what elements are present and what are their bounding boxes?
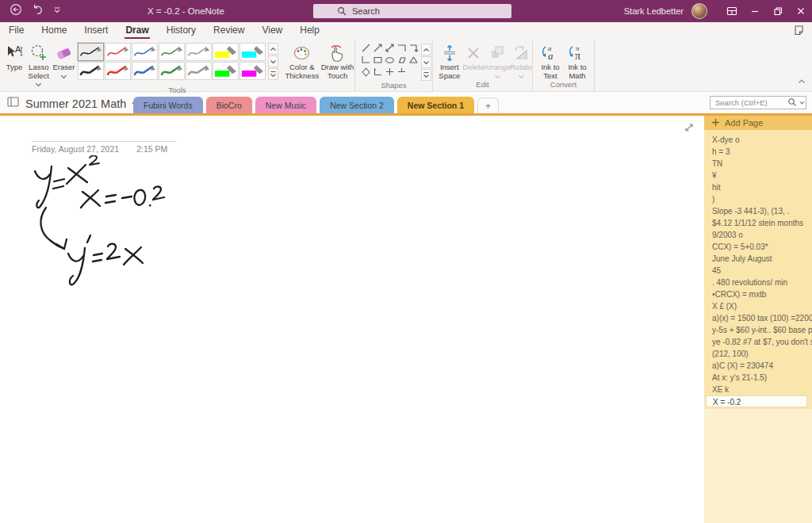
menu-item-help[interactable]: Help	[299, 25, 320, 39]
shape-axes-half-icon[interactable]	[396, 66, 408, 78]
page-list-item[interactable]: X £ (X)	[704, 300, 812, 312]
search-scope-dropdown-icon[interactable]	[800, 99, 805, 104]
page-list-item[interactable]: ¥	[704, 170, 812, 181]
section-tab-biocro[interactable]: BioCro	[206, 97, 252, 113]
customize-quick-access-icon[interactable]	[52, 4, 62, 18]
pen-11-tile[interactable]	[159, 62, 185, 80]
draw-with-touch-button[interactable]: Draw with Touch	[320, 41, 354, 80]
user-name[interactable]: Stark Ledbetter	[624, 6, 684, 16]
undo-icon[interactable]	[31, 3, 44, 19]
pen-2-tile[interactable]	[105, 43, 131, 61]
menu-item-file[interactable]: File	[8, 25, 25, 39]
pen-8-tile[interactable]	[78, 62, 104, 80]
color-thickness-button[interactable]: Color & Thickness	[283, 41, 320, 80]
page-list-item[interactable]: h = 3	[704, 146, 812, 158]
menu-item-view[interactable]: View	[261, 25, 283, 39]
page-list-item[interactable]: $4.12 1/1/12 stein months	[704, 217, 812, 229]
pen-gallery-down-icon[interactable]	[268, 55, 278, 67]
shape-diamond-icon[interactable]	[360, 66, 372, 78]
page-list-item[interactable]: y-5s + $60 y-int.. $60 base pay	[704, 324, 812, 336]
handwriting-ink[interactable]	[29, 155, 171, 294]
menu-item-history[interactable]: History	[166, 25, 197, 39]
pen-3-tile[interactable]	[132, 43, 158, 61]
notebook-search-box[interactable]: Search (Ctrl+E)	[710, 96, 806, 109]
page-list-item[interactable]: X = -0.2	[706, 395, 807, 407]
pen-1-tile[interactable]	[78, 43, 104, 61]
shape-triangle-icon[interactable]	[408, 54, 419, 66]
highlighter-14-tile[interactable]	[239, 62, 266, 80]
highlighter-13-tile[interactable]	[213, 62, 239, 80]
page-list-item[interactable]: TN	[704, 158, 812, 170]
type-button[interactable]: A Type	[3, 41, 25, 72]
shape-corner-bottom-left-icon[interactable]	[360, 54, 372, 66]
pen-5-tile[interactable]	[186, 43, 212, 61]
page-list-item[interactable]: )	[704, 193, 812, 205]
section-tab-new-music[interactable]: New Music	[255, 97, 316, 113]
insert-space-button[interactable]: Insert Space	[436, 41, 463, 80]
lasso-select-button[interactable]: Lasso Select	[25, 41, 52, 86]
shape-diagonal-line-icon[interactable]	[360, 42, 372, 54]
section-tab-new-section-2[interactable]: New Section 2	[320, 97, 394, 113]
page-list-item[interactable]: •CRCX) = mxtb	[704, 288, 812, 300]
minimize-icon[interactable]	[743, 0, 766, 22]
rotate-button[interactable]: Rotate	[510, 41, 532, 78]
page-list-item[interactable]: XE k	[704, 384, 812, 395]
page-list-item[interactable]: CCX) = 5+0.03*	[704, 241, 812, 253]
menu-item-review[interactable]: Review	[213, 25, 245, 39]
ribbon-display-options-icon[interactable]	[720, 0, 743, 22]
pen-10-tile[interactable]	[132, 62, 158, 80]
add-section-tab[interactable]: +	[477, 97, 499, 113]
pen-9-tile[interactable]	[105, 62, 131, 80]
arrange-button[interactable]: Arrange	[485, 41, 510, 78]
shape-corner-top-right-arrow-icon[interactable]	[408, 42, 419, 54]
page-list-item[interactable]: ye -0.82 #7 at $7, you don't sell	[704, 336, 812, 348]
page-canvas[interactable]: Friday, August 27, 2021 2:15 PM	[0, 116, 704, 523]
titlebar-search-box[interactable]: Search	[313, 4, 511, 18]
page-list-item[interactable]: . 480 revolutions/ min	[704, 277, 812, 288]
menu-item-home[interactable]: Home	[40, 25, 67, 39]
add-page-button[interactable]: Add Page	[704, 116, 812, 130]
eraser-dropdown-icon[interactable]	[61, 73, 67, 78]
section-tab-new-section-1[interactable]: New Section 1	[397, 97, 474, 113]
restore-icon[interactable]	[766, 0, 789, 22]
close-icon[interactable]	[789, 0, 812, 22]
shape-arrow-line-icon[interactable]	[372, 42, 384, 54]
shapes-up-icon[interactable]	[421, 44, 431, 55]
shape-double-arrow-line-icon[interactable]	[384, 42, 396, 54]
page-list-item[interactable]: Slope -3 441-3), (13, .	[704, 205, 812, 217]
ink-to-math-button[interactable]: ππ Ink to Math	[564, 41, 591, 80]
shape-axes-cross-icon[interactable]	[384, 66, 396, 78]
pen-4-tile[interactable]	[159, 43, 185, 61]
page-list-item[interactable]: (212, 100)	[704, 348, 812, 360]
eraser-button[interactable]: Eraser	[52, 41, 76, 78]
collapse-ribbon-icon[interactable]	[797, 74, 806, 89]
page-list-item[interactable]: June July August	[704, 253, 812, 265]
section-tab-fubini-words[interactable]: Fubini Words	[133, 97, 203, 113]
shape-corner-top-right-icon[interactable]	[396, 42, 408, 54]
shapes-more-icon[interactable]	[421, 69, 431, 81]
page-list-item[interactable]: a)(x) = 1500 tax (100) =2200	[704, 312, 812, 324]
page-list-item[interactable]: At x: y's 21-1.5)	[704, 372, 812, 384]
pen-gallery-more-icon[interactable]	[268, 68, 278, 80]
shape-parallelogram-icon[interactable]	[396, 54, 408, 66]
pen-gallery-up-icon[interactable]	[268, 43, 278, 55]
shape-axes-quadrant-icon[interactable]	[372, 66, 384, 78]
menu-item-draw[interactable]: Draw	[124, 25, 149, 39]
shape-rectangle-icon[interactable]	[372, 54, 384, 66]
delete-button[interactable]: Delete	[463, 41, 485, 72]
full-page-view-icon[interactable]	[683, 121, 695, 137]
avatar[interactable]	[691, 3, 707, 19]
page-list-item[interactable]: 45	[704, 265, 812, 277]
page-list-item[interactable]: a)C (X) = 230474	[704, 360, 812, 372]
back-icon[interactable]	[10, 3, 22, 19]
highlighter-6-tile[interactable]	[213, 43, 239, 61]
feed-icon[interactable]	[792, 24, 806, 40]
pen-12-tile[interactable]	[186, 62, 212, 80]
menu-item-insert[interactable]: Insert	[83, 25, 109, 39]
shapes-down-icon[interactable]	[421, 56, 431, 68]
page-list-item[interactable]: hit	[704, 181, 812, 193]
notebook-switcher[interactable]: Summer 2021 Math	[6, 95, 136, 112]
page-list-item[interactable]: X-dye o	[704, 134, 812, 146]
shape-ellipse-icon[interactable]	[384, 54, 396, 66]
ink-to-text-button[interactable]: aa Ink to Text	[537, 41, 564, 80]
